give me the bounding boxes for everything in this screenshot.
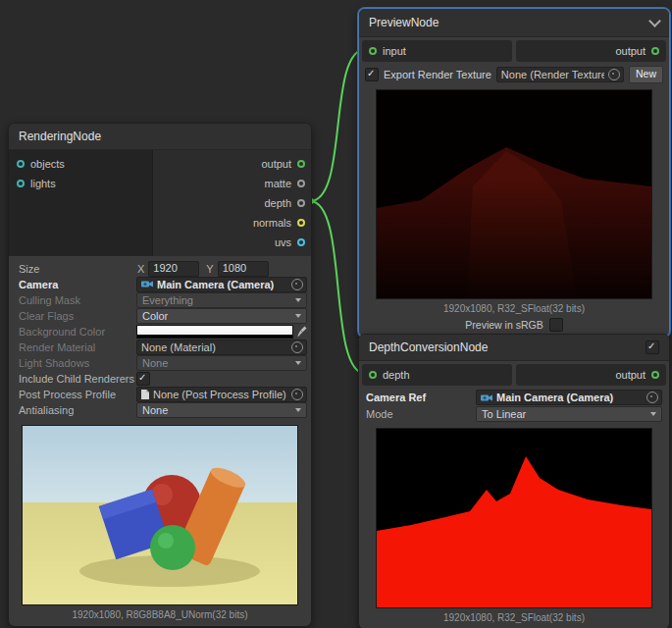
node-enabled-checkbox[interactable] (646, 340, 659, 354)
port-row-output: output (516, 364, 666, 386)
clear-flags-dropdown[interactable]: Color (136, 308, 307, 324)
dropdown-arrow-icon (650, 412, 656, 416)
port-depth[interactable] (297, 199, 305, 207)
rendering-node-header[interactable]: RenderingNode (9, 124, 311, 150)
dropdown-arrow-icon (295, 361, 301, 365)
port-row-output: output (516, 40, 666, 62)
port-output[interactable] (651, 371, 659, 379)
light-shadows-dropdown[interactable]: None (136, 355, 307, 371)
depth-conversion-node-header[interactable]: DepthConversionNode (359, 335, 669, 361)
preview-in-srgb-checkbox[interactable] (549, 318, 563, 332)
size-x-axis-label: X (137, 263, 144, 275)
preview-in-srgb-label: Preview in sRGB (465, 319, 543, 331)
rendering-node-title: RenderingNode (19, 130, 101, 143)
size-x-input[interactable]: 1920 (148, 261, 199, 277)
object-picker-icon[interactable] (291, 389, 303, 400)
camera-value: Main Camera (Camera) (157, 279, 287, 290)
linear-depth-preview-image (377, 429, 651, 607)
chevron-down-icon[interactable] (648, 15, 661, 27)
mode-label: Mode (366, 408, 476, 420)
port-depth-input[interactable] (369, 371, 377, 379)
port-row-depth-input: depth (362, 364, 512, 386)
export-render-texture-row: Export Render Texture None (Render Textu… (359, 62, 669, 85)
rendering-node-properties: Size X 1920 Y 1080 Camera Main Camera (C… (9, 256, 311, 417)
object-picker-icon[interactable] (646, 392, 658, 403)
new-render-texture-button[interactable]: New (629, 66, 663, 83)
preview-in-srgb-row: Preview in sRGB (359, 317, 669, 333)
port-row-input: input (362, 40, 512, 62)
include-child-renderers-checkbox[interactable] (136, 372, 150, 386)
rendering-node-inputs-panel: objects lights (9, 150, 153, 256)
port-normals[interactable] (297, 219, 305, 227)
depth-conversion-preview (376, 428, 652, 608)
depth-conversion-preview-caption: 1920x1080, R32_SFloat(32 bits) (359, 612, 669, 624)
port-objects-label: objects (30, 158, 65, 170)
object-picker-icon[interactable] (291, 341, 303, 353)
background-color-swatch[interactable] (136, 325, 293, 339)
size-y-input[interactable]: 1080 (218, 261, 269, 277)
rendering-node-preview (22, 425, 298, 605)
port-output[interactable] (651, 47, 659, 55)
camera-ref-object-field[interactable]: Main Camera (Camera) (476, 390, 662, 405)
antialiasing-row: Antialiasing None (13, 402, 307, 417)
preview-node[interactable]: PreviewNode input output Export Render T… (358, 8, 670, 338)
port-depth-input-label: depth (383, 369, 410, 381)
port-input-label: input (383, 45, 406, 57)
port-lights-label: lights (30, 178, 56, 189)
eyedropper-icon[interactable] (297, 326, 307, 338)
port-uvs[interactable] (297, 238, 305, 246)
background-color-row: Background Color (13, 324, 307, 339)
port-row-output: output (153, 154, 311, 174)
clear-flags-value: Color (142, 310, 168, 322)
port-lights[interactable] (17, 180, 25, 187)
rendering-node[interactable]: RenderingNode objects lights output matt… (8, 123, 312, 627)
preview-node-preview-caption: 1920x1080, R32_SFloat(32 bits) (359, 303, 669, 315)
export-render-texture-value: None (Render Texture) (501, 69, 604, 80)
port-matte[interactable] (297, 180, 305, 187)
camera-ref-value: Main Camera (Camera) (496, 392, 643, 403)
size-row: Size X 1920 Y 1080 (13, 261, 307, 276)
port-row-lights: lights (9, 174, 152, 193)
export-render-texture-checkbox[interactable] (365, 68, 379, 81)
camera-object-field[interactable]: Main Camera (Camera) (136, 277, 307, 292)
port-row-normals: normals (153, 213, 311, 233)
preview-node-preview (376, 89, 652, 299)
mode-row: Mode To Linear (359, 406, 669, 422)
port-output-label: output (615, 369, 646, 381)
mode-dropdown[interactable]: To Linear (476, 406, 662, 422)
mode-value: To Linear (482, 408, 526, 420)
culling-mask-row: Culling Mask Everything (13, 292, 307, 307)
port-input[interactable] (369, 47, 377, 55)
camera-icon (141, 280, 153, 288)
post-process-profile-row: Post Process Profile None (Post Process … (13, 387, 307, 401)
export-render-texture-object-field[interactable]: None (Render Texture) (496, 67, 624, 82)
render-material-value: None (Material) (141, 341, 287, 353)
object-picker-icon[interactable] (608, 69, 620, 80)
post-process-profile-label: Post Process Profile (13, 389, 136, 400)
port-objects[interactable] (17, 160, 25, 168)
culling-mask-value: Everything (142, 294, 193, 306)
render-material-object-field[interactable]: None (Material) (136, 340, 307, 355)
preview-node-header[interactable]: PreviewNode (359, 9, 669, 37)
port-row-uvs: uvs (153, 233, 311, 252)
rendering-node-ports: objects lights output matte depth normal… (9, 150, 311, 256)
preview-node-title: PreviewNode (369, 16, 439, 29)
port-output[interactable] (297, 160, 305, 168)
antialiasing-dropdown[interactable]: None (136, 402, 307, 418)
light-shadows-row: Light Shadows None (13, 355, 307, 370)
include-child-renderers-label: Include Child Renderers (13, 373, 136, 385)
camera-ref-label: Camera Ref (366, 392, 476, 403)
camera-label: Camera (13, 279, 136, 290)
dropdown-arrow-icon (295, 314, 301, 318)
culling-mask-dropdown[interactable]: Everything (136, 292, 307, 308)
camera-ref-row: Camera Ref Main Camera (Camera) (359, 390, 669, 405)
clear-flags-label: Clear Flags (13, 310, 136, 322)
port-row-matte: matte (153, 174, 311, 193)
node-graph-canvas[interactable]: { "app": { "background": "#2a2a2a", "edg… (0, 0, 672, 628)
object-picker-icon[interactable] (291, 279, 303, 290)
export-render-texture-label: Export Render Texture (384, 69, 491, 80)
depth-conversion-node[interactable]: DepthConversionNode depth output Camera … (358, 334, 670, 628)
render-material-row: Render Material None (Material) (13, 340, 307, 354)
antialiasing-label: Antialiasing (13, 404, 136, 416)
post-process-profile-object-field[interactable]: None (Post Process Profile) (136, 387, 307, 402)
